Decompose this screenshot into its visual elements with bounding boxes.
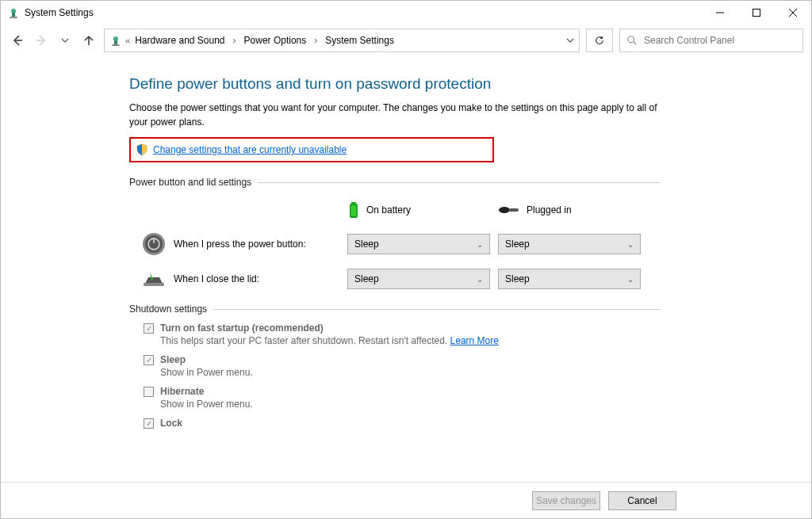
svg-rect-23 bbox=[144, 283, 164, 286]
svg-rect-18 bbox=[509, 208, 519, 212]
hibernate-desc: Show in Power menu. bbox=[160, 399, 661, 410]
page-description: Choose the power settings that you want … bbox=[129, 101, 661, 129]
close-lid-label: When I close the lid: bbox=[174, 273, 259, 284]
power-button-icon bbox=[142, 232, 166, 256]
save-button[interactable]: Save changes bbox=[532, 491, 600, 510]
power-button-row: When I press the power button: Sleep ⌄ S… bbox=[129, 232, 661, 256]
power-button-battery-dropdown[interactable]: Sleep ⌄ bbox=[347, 234, 490, 254]
battery-icon bbox=[347, 200, 360, 219]
svg-rect-4 bbox=[753, 10, 760, 17]
lid-icon bbox=[142, 269, 166, 288]
fast-startup-checkbox[interactable] bbox=[144, 323, 154, 334]
close-button[interactable] bbox=[775, 1, 811, 25]
close-lid-battery-dropdown[interactable]: Sleep ⌄ bbox=[347, 269, 490, 289]
cancel-button[interactable]: Cancel bbox=[608, 491, 676, 510]
power-section-title: Power button and lid settings bbox=[129, 177, 251, 188]
address-dropdown-icon[interactable] bbox=[566, 36, 574, 44]
breadcrumb-hardware-sound[interactable]: Hardware and Sound bbox=[132, 33, 228, 48]
content-area: Define power buttons and turn on passwor… bbox=[1, 56, 811, 482]
search-input[interactable] bbox=[644, 35, 796, 46]
hibernate-item: Hibernate Show in Power menu. bbox=[144, 386, 661, 410]
shield-icon bbox=[136, 143, 148, 156]
fast-startup-item: Turn on fast startup (recommended) This … bbox=[144, 322, 661, 346]
navbar: « Hardware and Sound › Power Options › S… bbox=[1, 25, 811, 56]
window-title: System Settings bbox=[25, 7, 94, 18]
breadcrumb-power-options[interactable]: Power Options bbox=[241, 33, 310, 48]
svg-point-12 bbox=[628, 36, 634, 43]
chevron-down-icon: ⌄ bbox=[627, 275, 634, 284]
plugged-in-header: Plugged in bbox=[498, 200, 649, 219]
sleep-desc: Show in Power menu. bbox=[160, 367, 661, 378]
change-unavailable-link[interactable]: Change settings that are currently unava… bbox=[153, 144, 347, 155]
sleep-label: Sleep bbox=[160, 354, 186, 365]
lock-label: Lock bbox=[160, 418, 182, 429]
close-lid-row: When I close the lid: Sleep ⌄ Sleep ⌄ bbox=[129, 269, 661, 289]
lock-checkbox[interactable] bbox=[144, 418, 154, 429]
svg-rect-11 bbox=[112, 44, 120, 46]
close-lid-plugged-dropdown[interactable]: Sleep ⌄ bbox=[498, 269, 641, 289]
titlebar: System Settings bbox=[1, 1, 811, 25]
address-bar[interactable]: « Hardware and Sound › Power Options › S… bbox=[104, 29, 580, 52]
svg-rect-10 bbox=[114, 40, 117, 44]
chevron-down-icon: ⌄ bbox=[477, 275, 483, 284]
breadcrumb: « Hardware and Sound › Power Options › S… bbox=[125, 33, 397, 48]
shutdown-section: Shutdown settings Turn on fast startup (… bbox=[129, 303, 661, 429]
back-button[interactable] bbox=[9, 32, 26, 49]
on-battery-header: On battery bbox=[347, 200, 498, 219]
page-title: Define power buttons and turn on passwor… bbox=[129, 75, 661, 93]
power-button-label: When I press the power button: bbox=[174, 239, 306, 250]
search-icon bbox=[626, 35, 638, 46]
svg-line-13 bbox=[634, 42, 637, 45]
up-button[interactable] bbox=[80, 32, 98, 49]
hibernate-checkbox[interactable] bbox=[144, 387, 154, 397]
minimize-button[interactable] bbox=[702, 1, 738, 25]
footer: Save changes Cancel bbox=[1, 482, 811, 518]
change-settings-highlight: Change settings that are currently unava… bbox=[129, 137, 494, 162]
svg-rect-2 bbox=[10, 17, 17, 18]
learn-more-link[interactable]: Learn More bbox=[450, 335, 499, 346]
search-box[interactable] bbox=[619, 29, 803, 52]
chevron-right-icon: › bbox=[230, 35, 239, 46]
shutdown-section-title: Shutdown settings bbox=[129, 303, 207, 315]
fast-startup-label: Turn on fast startup (recommended) bbox=[160, 322, 324, 334]
app-icon bbox=[7, 6, 20, 19]
chevron-down-icon: ⌄ bbox=[477, 240, 483, 249]
plug-icon bbox=[498, 204, 520, 216]
lock-item: Lock bbox=[144, 418, 661, 429]
section-divider bbox=[213, 309, 661, 310]
chevron-down-icon: ⌄ bbox=[627, 240, 634, 249]
chevron-right-icon: › bbox=[311, 35, 320, 46]
section-divider bbox=[258, 182, 661, 183]
power-button-plugged-dropdown[interactable]: Sleep ⌄ bbox=[498, 234, 641, 254]
recent-locations-button[interactable] bbox=[56, 32, 74, 49]
svg-point-17 bbox=[499, 207, 510, 213]
breadcrumb-system-settings[interactable]: System Settings bbox=[322, 33, 397, 48]
sleep-checkbox[interactable] bbox=[144, 355, 154, 365]
refresh-button[interactable] bbox=[586, 29, 613, 52]
svg-rect-1 bbox=[12, 13, 15, 17]
power-button-section: Power button and lid settings On battery bbox=[129, 177, 661, 289]
control-panel-icon bbox=[109, 34, 122, 47]
fast-startup-desc: This helps start your PC faster after sh… bbox=[160, 335, 450, 346]
window: System Settings bbox=[0, 0, 812, 519]
sleep-item: Sleep Show in Power menu. bbox=[144, 354, 661, 378]
maximize-button[interactable] bbox=[738, 1, 775, 25]
hibernate-label: Hibernate bbox=[160, 386, 204, 397]
forward-button[interactable] bbox=[33, 32, 50, 49]
svg-rect-16 bbox=[351, 205, 357, 216]
svg-rect-14 bbox=[351, 202, 356, 204]
